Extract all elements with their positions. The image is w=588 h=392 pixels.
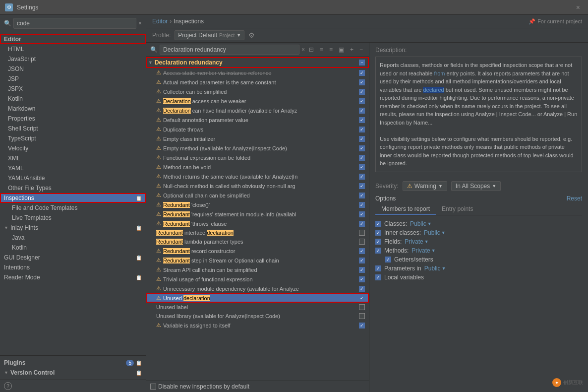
inspection-row-redundant-requires[interactable]: ⚠ Redundant 'requires' statement in modu… xyxy=(146,209,369,219)
row-checkbox[interactable] xyxy=(359,136,365,142)
inspection-row-declaration-access[interactable]: ⚠ Declaration access can be weaker xyxy=(146,96,369,106)
inspection-row-empty-class[interactable]: ⚠ Empty class initializer xyxy=(146,134,369,143)
sidebar-item-file-code-templates[interactable]: File and Code Templates xyxy=(0,203,146,213)
sidebar-item-live-templates[interactable]: Live Templates xyxy=(0,213,146,223)
row-checkbox[interactable] xyxy=(359,183,365,189)
row-checkbox[interactable] xyxy=(359,230,365,236)
inspection-row-null-check[interactable]: ⚠ Null-check method is called with obvio… xyxy=(146,181,369,191)
inspection-row-method-void[interactable]: ⚠ Method can be void xyxy=(146,162,369,172)
sidebar-item-json[interactable]: JSON xyxy=(0,64,146,74)
inspection-row-method-returns[interactable]: ⚠ Method returns the same value (availab… xyxy=(146,172,369,181)
help-button[interactable]: ? xyxy=(4,382,12,390)
sidebar-item-inspections[interactable]: Inspections 📋 xyxy=(0,193,146,203)
sidebar-item-inlay-hints[interactable]: ▼ Inlay Hints 📋 xyxy=(0,223,146,233)
sidebar-item-shell-script[interactable]: Shell Script xyxy=(0,124,146,133)
sidebar-item-java[interactable]: Java xyxy=(0,233,146,243)
row-checkbox[interactable] xyxy=(359,248,365,254)
sidebar-item-markdown[interactable]: Markdown xyxy=(0,104,146,114)
inspection-group-declaration-redundancy[interactable]: ▼ Declaration redundancy xyxy=(146,57,369,68)
inspection-row-unused-label[interactable]: Unused label xyxy=(146,303,369,312)
search-input[interactable] xyxy=(13,18,136,29)
for-current-project-link[interactable]: 📌 For current project xyxy=(529,18,582,25)
inner-classes-checkbox[interactable] xyxy=(375,230,381,236)
sidebar-item-yaml-ansible[interactable]: YAML/Ansible xyxy=(0,173,146,183)
inspection-row-declaration-final[interactable]: ⚠ Declaration can have final modifier (a… xyxy=(146,106,369,115)
scope-select[interactable]: In All Scopes ▼ xyxy=(451,181,501,191)
inspection-row-optional-chain[interactable]: ⚠ Optional call chain can be simplified xyxy=(146,191,369,200)
classes-dropdown[interactable]: Public ▼ xyxy=(410,220,432,227)
sidebar-item-version-control[interactable]: ▼ Version Control 📋 xyxy=(4,368,142,378)
close-button[interactable]: × xyxy=(573,2,583,12)
row-checkbox[interactable] xyxy=(359,211,365,217)
row-checkbox[interactable] xyxy=(359,202,365,208)
row-checkbox[interactable] xyxy=(359,164,365,170)
parameters-dropdown[interactable]: Public ▼ xyxy=(424,265,446,272)
row-checkbox[interactable] xyxy=(359,127,365,132)
sidebar-item-jspx[interactable]: JSPX xyxy=(0,84,146,94)
inspection-row-duplicate-throws[interactable]: ⚠ Duplicate throws xyxy=(146,125,369,134)
sidebar-item-kotlin[interactable]: Kotlin xyxy=(0,94,146,104)
row-checkbox[interactable] xyxy=(359,89,365,95)
inspection-row-functional-fold[interactable]: ⚠ Functional expression can be folded xyxy=(146,153,369,162)
inspection-row-redundant-step[interactable]: ⚠ Redundant step in Stream or Optional c… xyxy=(146,256,369,265)
local-variables-checkbox[interactable] xyxy=(375,274,381,280)
getters-setters-checkbox[interactable] xyxy=(385,257,391,262)
row-checkbox[interactable] xyxy=(359,286,365,292)
row-checkbox[interactable] xyxy=(359,276,365,282)
inspection-row-redundant-lambda[interactable]: Redundant lambda parameter types xyxy=(146,237,369,246)
row-checkbox[interactable] xyxy=(359,108,365,114)
inspection-search-input[interactable] xyxy=(160,45,299,55)
inspection-row-redundant-interface[interactable]: Redundant interface declaration xyxy=(146,228,369,237)
inner-classes-dropdown[interactable]: Public ▼ xyxy=(424,229,446,236)
classes-checkbox[interactable] xyxy=(375,221,381,227)
group-checkbox[interactable] xyxy=(359,60,365,65)
inspection-row-stream-api[interactable]: ⚠ Stream API call chain can be simplifie… xyxy=(146,265,369,274)
sidebar-item-other-file-types[interactable]: Other File Types xyxy=(0,183,146,193)
sidebar-item-reader-mode[interactable]: Reader Mode 📋 xyxy=(0,272,146,282)
inspection-row-access-static[interactable]: ⚠ Access static member via instance refe… xyxy=(146,68,369,77)
row-checkbox[interactable] xyxy=(359,155,365,161)
collapse-all-button[interactable]: ≡ xyxy=(327,45,335,54)
sidebar-item-plugins[interactable]: Plugins 5 📋 xyxy=(4,358,142,368)
inspection-row-collector[interactable]: ⚠ Collector can be simplified xyxy=(146,87,369,96)
row-checkbox[interactable] xyxy=(359,193,365,198)
breadcrumb-editor[interactable]: Editor xyxy=(152,18,168,25)
row-checkbox[interactable] xyxy=(359,174,365,180)
inspection-row-redundant-throws[interactable]: ⚠ Redundant 'throws' clause xyxy=(146,219,369,228)
inspection-row-redundant-close[interactable]: ⚠ Redundant 'close()' xyxy=(146,200,369,209)
row-checkbox[interactable] xyxy=(359,313,365,319)
row-checkbox[interactable] xyxy=(359,323,365,328)
row-checkbox[interactable] xyxy=(359,117,365,123)
inspection-row-unnecessary-module[interactable]: ⚠ Unnecessary module dependency (availab… xyxy=(146,284,369,293)
inspection-row-actual-method[interactable]: ⚠ Actual method parameter is the same co… xyxy=(146,77,369,87)
sidebar-category-editor[interactable]: Editor xyxy=(0,34,146,44)
tab-entry-points[interactable]: Entry points xyxy=(436,204,479,215)
inspection-row-unused-library[interactable]: Unused library (available for Analyze|In… xyxy=(146,312,369,321)
row-checkbox[interactable] xyxy=(359,304,365,310)
sidebar-item-html[interactable]: HTML xyxy=(0,44,146,54)
sidebar-item-intentions[interactable]: Intentions xyxy=(0,262,146,272)
sidebar-item-yaml[interactable]: YAML xyxy=(0,163,146,173)
sidebar-item-javascript[interactable]: JavaScript xyxy=(0,54,146,64)
row-checkbox[interactable] xyxy=(359,258,365,263)
group-button[interactable]: ▣ xyxy=(337,45,346,54)
inspection-row-default-annotation[interactable]: ⚠ Default annotation parameter value xyxy=(146,115,369,125)
sidebar-item-velocity[interactable]: Velocity xyxy=(0,143,146,153)
add-button[interactable]: + xyxy=(348,45,355,54)
profile-gear-button[interactable]: ⚙ xyxy=(248,31,255,39)
row-checkbox[interactable] xyxy=(359,79,365,85)
row-checkbox[interactable] xyxy=(359,221,365,227)
fields-checkbox[interactable] xyxy=(375,239,381,245)
sidebar-item-gui-designer[interactable]: GUI Designer 📋 xyxy=(0,253,146,262)
methods-dropdown[interactable]: Private ▼ xyxy=(412,247,435,254)
row-checkbox[interactable] xyxy=(359,145,365,151)
disable-new-inspections-checkbox[interactable] xyxy=(150,384,156,390)
row-checkbox[interactable] xyxy=(359,267,365,273)
sidebar-item-jsp[interactable]: JSP xyxy=(0,74,146,84)
profile-select[interactable]: Project Default Project ▼ xyxy=(175,30,244,40)
fields-dropdown[interactable]: Private ▼ xyxy=(405,238,428,245)
more-button[interactable]: − xyxy=(357,45,365,54)
sidebar-item-xml[interactable]: XML xyxy=(0,153,146,163)
sidebar-item-properties[interactable]: Properties xyxy=(0,114,146,124)
inspection-row-empty-method[interactable]: ⚠ Empty method (available for Analyze|In… xyxy=(146,143,369,153)
